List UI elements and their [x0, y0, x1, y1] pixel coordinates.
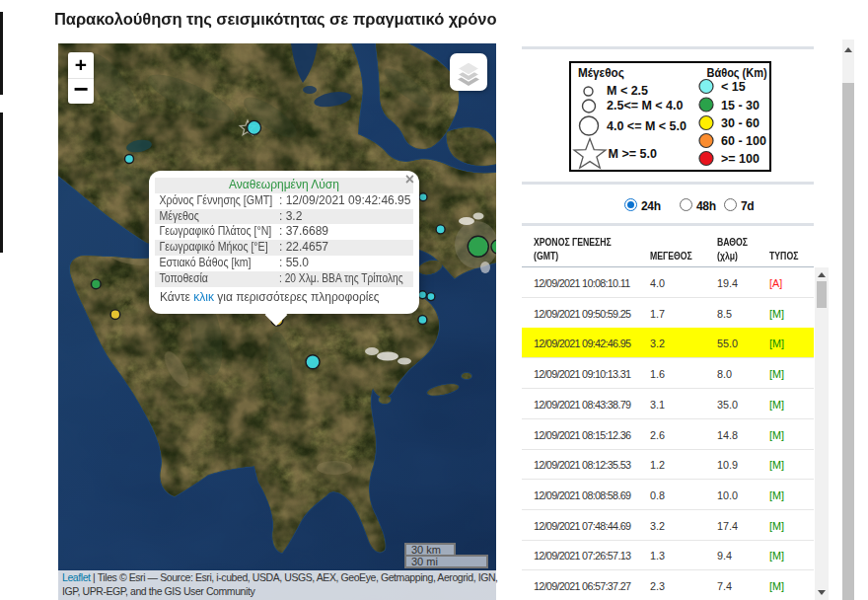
svg-text:4.0 <= M < 5.0: 4.0 <= M < 5.0 — [607, 119, 687, 133]
svg-text:M < 2.5: M < 2.5 — [607, 84, 648, 98]
svg-text:>= 100: >= 100 — [721, 152, 760, 166]
svg-text:15 - 30: 15 - 30 — [721, 99, 760, 112]
svg-text:Μέγεθος: Μέγεθος — [578, 66, 624, 80]
svg-text:60 - 100: 60 - 100 — [721, 134, 766, 148]
svg-text:2.5<= M < 4.0: 2.5<= M < 4.0 — [607, 99, 684, 112]
svg-text:< 15: < 15 — [721, 80, 746, 94]
svg-text:Βάθος (Km): Βάθος (Km) — [707, 65, 767, 80]
svg-text:30 - 60: 30 - 60 — [721, 116, 760, 130]
svg-text:M >= 5.0: M >= 5.0 — [609, 147, 657, 161]
